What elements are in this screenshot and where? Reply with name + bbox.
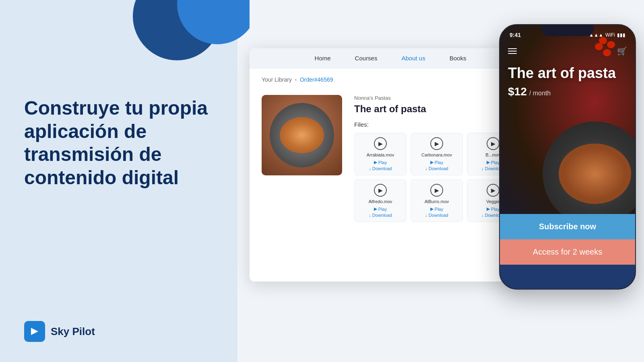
- phone-product-title: The art of pasta: [508, 65, 616, 81]
- nav-home[interactable]: Home: [315, 55, 331, 62]
- file-item: ▶ Carbonara.mov ▶ Play ↓ Download: [411, 133, 463, 175]
- download-action[interactable]: ↓ Download: [415, 166, 458, 171]
- play-circle-icon: ▶: [487, 184, 500, 197]
- play-action[interactable]: ▶ Play: [359, 206, 402, 212]
- phone-status-icons: ▲▲▲ WiFi ▮▮▮: [589, 32, 625, 38]
- hero-section: Construye tu propia aplicación de transm…: [24, 97, 217, 189]
- product-info: Nonna's Pastas The art of pasta Files: ▶…: [354, 95, 519, 222]
- price-amount: $12: [508, 85, 527, 98]
- phone-header: 🛒: [500, 41, 635, 61]
- play-action[interactable]: ▶ Play: [359, 160, 402, 165]
- play-action[interactable]: ▶ Play: [415, 160, 458, 165]
- pasta-plate: [270, 103, 334, 167]
- decorative-circles: [121, 0, 250, 97]
- battery-icon: ▮▮▮: [617, 32, 625, 38]
- phone-cta-area: Subscribe now Access for 2 weeks: [500, 214, 635, 265]
- file-actions: ▶ Play ↓ Download: [415, 206, 458, 218]
- play-circle-icon: ▶: [430, 137, 443, 150]
- files-label: Files:: [354, 121, 519, 128]
- product-title: The art of pasta: [354, 103, 519, 115]
- phone-notch: [541, 25, 594, 36]
- phone-product-overlay: The art of pasta $12 / month: [508, 65, 616, 98]
- download-action[interactable]: ↓ Download: [359, 166, 402, 171]
- nav-books[interactable]: Books: [450, 55, 466, 62]
- pasta-food: [280, 117, 324, 153]
- product-section: Nonna's Pastas The art of pasta Files: ▶…: [262, 95, 519, 222]
- file-actions: ▶ Play ↓ Download: [359, 206, 402, 218]
- nav-about[interactable]: About us: [401, 55, 425, 62]
- logo-text: Sky Pilot: [51, 325, 95, 338]
- file-actions: ▶ Play ↓ Download: [415, 160, 458, 171]
- product-image: [262, 95, 342, 175]
- svg-marker-2: [31, 328, 38, 335]
- price-period: / month: [529, 90, 551, 97]
- subscribe-now-button[interactable]: Subscribe now: [500, 214, 635, 239]
- phone-plate: [543, 121, 635, 218]
- file-actions: ▶ Play ↓ Download: [359, 160, 402, 171]
- phone-plate-food: [559, 144, 631, 204]
- file-name: Arrabiata.mov: [359, 152, 402, 157]
- nav-courses[interactable]: Courses: [355, 55, 378, 62]
- left-panel: Construye tu propia aplicación de transm…: [0, 0, 237, 362]
- phone-time: 9:41: [510, 32, 521, 38]
- browser-mockup: Home Courses About us Books Your Library…: [250, 48, 531, 282]
- trial-access-button[interactable]: Access for 2 weeks: [500, 239, 635, 265]
- browser-content: Your Library ‹ Order#46569 Nonna's Pasta…: [250, 68, 531, 230]
- play-circle-icon: ▶: [374, 137, 387, 150]
- hamburger-menu-icon[interactable]: [508, 48, 517, 54]
- phone-screen: 9:41 ▲▲▲ WiFi ▮▮▮ 🛒: [500, 25, 635, 289]
- play-circle-icon: ▶: [374, 184, 387, 197]
- breadcrumb-order[interactable]: Order#46569: [300, 76, 333, 83]
- play-circle-icon: ▶: [430, 184, 443, 197]
- logo-area: Sky Pilot: [24, 321, 217, 342]
- right-panel: Home Courses About us Books Your Library…: [237, 0, 644, 362]
- cart-icon[interactable]: 🛒: [617, 46, 627, 56]
- breadcrumb-chevron: ‹: [295, 77, 297, 82]
- wifi-icon: WiFi: [605, 32, 615, 38]
- browser-nav: Home Courses About us Books: [250, 48, 531, 68]
- download-action[interactable]: ↓ Download: [359, 213, 402, 218]
- file-item: ▶ AlBurro.mov ▶ Play ↓ Download: [411, 179, 463, 222]
- file-name: Alfredo.mov: [359, 199, 402, 204]
- files-grid: ▶ Arrabiata.mov ▶ Play ↓ Download ▶ Carb…: [354, 133, 519, 222]
- hero-heading: Construye tu propia aplicación de transm…: [24, 97, 217, 189]
- play-circle-icon: ▶: [487, 137, 500, 150]
- file-item: ▶ Alfredo.mov ▶ Play ↓ Download: [354, 179, 407, 222]
- file-item: ▶ Arrabiata.mov ▶ Play ↓ Download: [354, 133, 407, 175]
- file-name: Carbonara.mov: [415, 152, 458, 157]
- play-action[interactable]: ▶ Play: [415, 206, 458, 212]
- phone-mockup: 9:41 ▲▲▲ WiFi ▮▮▮ 🛒: [499, 24, 636, 290]
- phone-price: $12 / month: [508, 85, 616, 98]
- download-action[interactable]: ↓ Download: [415, 213, 458, 218]
- breadcrumb: Your Library ‹ Order#46569: [262, 76, 519, 83]
- file-name: AlBurro.mov: [415, 199, 458, 204]
- pasta-background: [262, 95, 342, 175]
- breadcrumb-library[interactable]: Your Library: [262, 76, 292, 83]
- product-brand: Nonna's Pastas: [354, 95, 519, 101]
- logo-icon: [24, 321, 45, 342]
